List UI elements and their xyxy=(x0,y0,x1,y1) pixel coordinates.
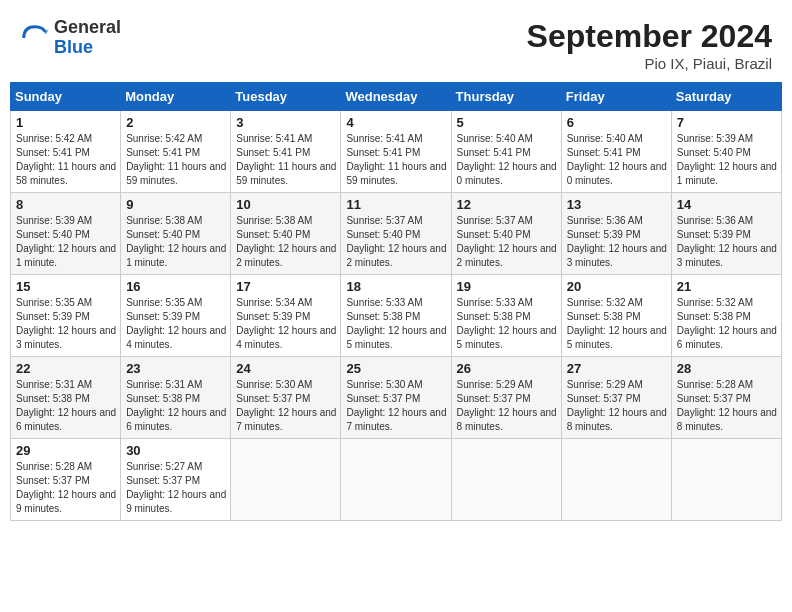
calendar-cell: 23Sunrise: 5:31 AMSunset: 5:38 PMDayligh… xyxy=(121,357,231,439)
calendar-cell: 16Sunrise: 5:35 AMSunset: 5:39 PMDayligh… xyxy=(121,275,231,357)
day-info: Sunrise: 5:32 AMSunset: 5:38 PMDaylight:… xyxy=(677,296,777,352)
day-info: Sunrise: 5:36 AMSunset: 5:39 PMDaylight:… xyxy=(677,214,777,270)
calendar-cell: 12Sunrise: 5:37 AMSunset: 5:40 PMDayligh… xyxy=(451,193,561,275)
calendar-week-row: 22Sunrise: 5:31 AMSunset: 5:38 PMDayligh… xyxy=(11,357,782,439)
logo-general-text: General xyxy=(54,18,121,38)
day-info: Sunrise: 5:39 AMSunset: 5:40 PMDaylight:… xyxy=(16,214,116,270)
logo-icon xyxy=(20,23,50,53)
day-info: Sunrise: 5:42 AMSunset: 5:41 PMDaylight:… xyxy=(16,132,116,188)
calendar-cell: 21Sunrise: 5:32 AMSunset: 5:38 PMDayligh… xyxy=(671,275,781,357)
day-number: 14 xyxy=(677,197,777,212)
day-info: Sunrise: 5:40 AMSunset: 5:41 PMDaylight:… xyxy=(567,132,667,188)
day-info: Sunrise: 5:34 AMSunset: 5:39 PMDaylight:… xyxy=(236,296,336,352)
day-number: 17 xyxy=(236,279,336,294)
calendar-cell: 3Sunrise: 5:41 AMSunset: 5:41 PMDaylight… xyxy=(231,111,341,193)
day-info: Sunrise: 5:27 AMSunset: 5:37 PMDaylight:… xyxy=(126,460,226,516)
calendar-cell xyxy=(561,439,671,521)
day-info: Sunrise: 5:29 AMSunset: 5:37 PMDaylight:… xyxy=(567,378,667,434)
day-number: 30 xyxy=(126,443,226,458)
calendar-cell: 9Sunrise: 5:38 AMSunset: 5:40 PMDaylight… xyxy=(121,193,231,275)
day-number: 24 xyxy=(236,361,336,376)
day-info: Sunrise: 5:37 AMSunset: 5:40 PMDaylight:… xyxy=(457,214,557,270)
day-info: Sunrise: 5:33 AMSunset: 5:38 PMDaylight:… xyxy=(346,296,446,352)
month-year-title: September 2024 xyxy=(527,18,772,55)
calendar-week-row: 29Sunrise: 5:28 AMSunset: 5:37 PMDayligh… xyxy=(11,439,782,521)
day-info: Sunrise: 5:30 AMSunset: 5:37 PMDaylight:… xyxy=(346,378,446,434)
day-number: 15 xyxy=(16,279,116,294)
location-subtitle: Pio IX, Piaui, Brazil xyxy=(527,55,772,72)
calendar-cell: 19Sunrise: 5:33 AMSunset: 5:38 PMDayligh… xyxy=(451,275,561,357)
calendar-cell: 25Sunrise: 5:30 AMSunset: 5:37 PMDayligh… xyxy=(341,357,451,439)
weekday-header-saturday: Saturday xyxy=(671,83,781,111)
day-info: Sunrise: 5:38 AMSunset: 5:40 PMDaylight:… xyxy=(126,214,226,270)
day-number: 18 xyxy=(346,279,446,294)
calendar-cell: 15Sunrise: 5:35 AMSunset: 5:39 PMDayligh… xyxy=(11,275,121,357)
day-info: Sunrise: 5:40 AMSunset: 5:41 PMDaylight:… xyxy=(457,132,557,188)
day-info: Sunrise: 5:41 AMSunset: 5:41 PMDaylight:… xyxy=(346,132,446,188)
calendar-cell: 30Sunrise: 5:27 AMSunset: 5:37 PMDayligh… xyxy=(121,439,231,521)
calendar-cell: 27Sunrise: 5:29 AMSunset: 5:37 PMDayligh… xyxy=(561,357,671,439)
day-number: 3 xyxy=(236,115,336,130)
day-number: 7 xyxy=(677,115,777,130)
day-number: 11 xyxy=(346,197,446,212)
weekday-header-monday: Monday xyxy=(121,83,231,111)
day-info: Sunrise: 5:35 AMSunset: 5:39 PMDaylight:… xyxy=(16,296,116,352)
logo-blue-text: Blue xyxy=(54,38,121,58)
day-number: 4 xyxy=(346,115,446,130)
day-info: Sunrise: 5:37 AMSunset: 5:40 PMDaylight:… xyxy=(346,214,446,270)
calendar-cell: 26Sunrise: 5:29 AMSunset: 5:37 PMDayligh… xyxy=(451,357,561,439)
day-number: 29 xyxy=(16,443,116,458)
day-info: Sunrise: 5:28 AMSunset: 5:37 PMDaylight:… xyxy=(677,378,777,434)
day-number: 16 xyxy=(126,279,226,294)
calendar-cell: 11Sunrise: 5:37 AMSunset: 5:40 PMDayligh… xyxy=(341,193,451,275)
calendar-cell: 18Sunrise: 5:33 AMSunset: 5:38 PMDayligh… xyxy=(341,275,451,357)
day-number: 27 xyxy=(567,361,667,376)
day-number: 25 xyxy=(346,361,446,376)
day-number: 2 xyxy=(126,115,226,130)
weekday-header-row: SundayMondayTuesdayWednesdayThursdayFrid… xyxy=(11,83,782,111)
day-info: Sunrise: 5:38 AMSunset: 5:40 PMDaylight:… xyxy=(236,214,336,270)
day-number: 9 xyxy=(126,197,226,212)
day-info: Sunrise: 5:41 AMSunset: 5:41 PMDaylight:… xyxy=(236,132,336,188)
day-number: 5 xyxy=(457,115,557,130)
day-info: Sunrise: 5:35 AMSunset: 5:39 PMDaylight:… xyxy=(126,296,226,352)
calendar-table: SundayMondayTuesdayWednesdayThursdayFrid… xyxy=(10,82,782,521)
day-info: Sunrise: 5:31 AMSunset: 5:38 PMDaylight:… xyxy=(126,378,226,434)
day-number: 12 xyxy=(457,197,557,212)
day-info: Sunrise: 5:30 AMSunset: 5:37 PMDaylight:… xyxy=(236,378,336,434)
calendar-cell: 7Sunrise: 5:39 AMSunset: 5:40 PMDaylight… xyxy=(671,111,781,193)
day-number: 21 xyxy=(677,279,777,294)
calendar-week-row: 1Sunrise: 5:42 AMSunset: 5:41 PMDaylight… xyxy=(11,111,782,193)
day-number: 23 xyxy=(126,361,226,376)
day-number: 20 xyxy=(567,279,667,294)
calendar-cell xyxy=(671,439,781,521)
calendar-cell: 14Sunrise: 5:36 AMSunset: 5:39 PMDayligh… xyxy=(671,193,781,275)
calendar-cell: 4Sunrise: 5:41 AMSunset: 5:41 PMDaylight… xyxy=(341,111,451,193)
calendar-cell xyxy=(341,439,451,521)
day-number: 1 xyxy=(16,115,116,130)
day-number: 19 xyxy=(457,279,557,294)
calendar-cell: 29Sunrise: 5:28 AMSunset: 5:37 PMDayligh… xyxy=(11,439,121,521)
weekday-header-sunday: Sunday xyxy=(11,83,121,111)
calendar-cell: 1Sunrise: 5:42 AMSunset: 5:41 PMDaylight… xyxy=(11,111,121,193)
calendar-cell: 8Sunrise: 5:39 AMSunset: 5:40 PMDaylight… xyxy=(11,193,121,275)
calendar-week-row: 15Sunrise: 5:35 AMSunset: 5:39 PMDayligh… xyxy=(11,275,782,357)
logo: General Blue xyxy=(20,18,121,58)
weekday-header-thursday: Thursday xyxy=(451,83,561,111)
weekday-header-wednesday: Wednesday xyxy=(341,83,451,111)
day-number: 6 xyxy=(567,115,667,130)
day-info: Sunrise: 5:42 AMSunset: 5:41 PMDaylight:… xyxy=(126,132,226,188)
calendar-cell: 10Sunrise: 5:38 AMSunset: 5:40 PMDayligh… xyxy=(231,193,341,275)
weekday-header-friday: Friday xyxy=(561,83,671,111)
page-header: General Blue September 2024 Pio IX, Piau… xyxy=(10,10,782,76)
day-number: 8 xyxy=(16,197,116,212)
calendar-cell xyxy=(231,439,341,521)
calendar-cell: 20Sunrise: 5:32 AMSunset: 5:38 PMDayligh… xyxy=(561,275,671,357)
title-block: September 2024 Pio IX, Piaui, Brazil xyxy=(527,18,772,72)
day-info: Sunrise: 5:29 AMSunset: 5:37 PMDaylight:… xyxy=(457,378,557,434)
calendar-week-row: 8Sunrise: 5:39 AMSunset: 5:40 PMDaylight… xyxy=(11,193,782,275)
day-number: 13 xyxy=(567,197,667,212)
day-info: Sunrise: 5:32 AMSunset: 5:38 PMDaylight:… xyxy=(567,296,667,352)
day-info: Sunrise: 5:33 AMSunset: 5:38 PMDaylight:… xyxy=(457,296,557,352)
calendar-cell: 28Sunrise: 5:28 AMSunset: 5:37 PMDayligh… xyxy=(671,357,781,439)
